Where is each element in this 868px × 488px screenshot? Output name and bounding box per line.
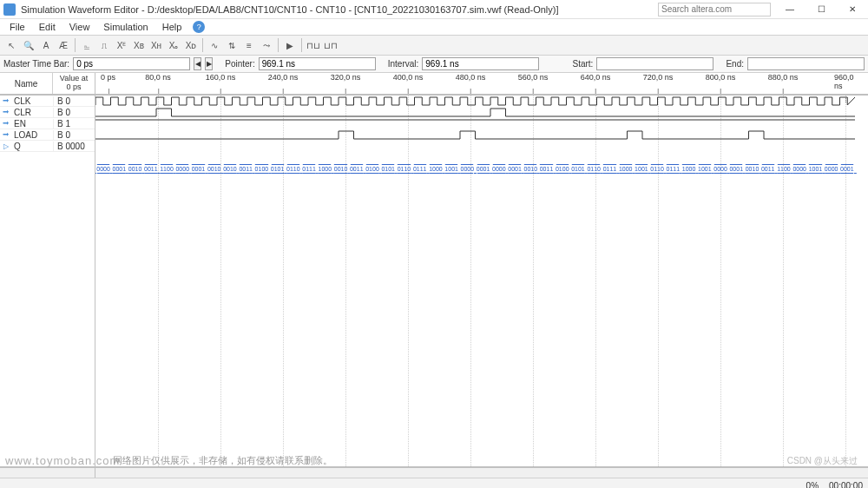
help-icon[interactable]: ? bbox=[193, 21, 205, 33]
grid-line bbox=[470, 96, 471, 466]
grid-line bbox=[658, 96, 659, 466]
end-label: End: bbox=[726, 59, 744, 69]
grid-line bbox=[283, 96, 284, 466]
signal-panel: Name Value at0 ps ⮕CLKB 0⮕CLRB 0⮕ENB 1⮕L… bbox=[0, 73, 95, 466]
signal-name: EN bbox=[12, 119, 53, 129]
start-input[interactable] bbox=[596, 57, 713, 70]
master-time-bar-label: Master Time Bar: bbox=[3, 59, 69, 69]
time-tick: 960,0 ns bbox=[834, 73, 857, 90]
signal-row[interactable]: ⮕LOADB 0 bbox=[0, 129, 95, 141]
grid-line bbox=[220, 96, 221, 466]
watermark-site: www.toymoban.com bbox=[5, 454, 120, 467]
grid-line bbox=[158, 96, 159, 466]
z-high-icon[interactable]: ⎍ bbox=[96, 37, 112, 53]
cursor-tool-icon[interactable]: ↖ bbox=[3, 37, 19, 53]
panel-header: Name Value at0 ps bbox=[0, 73, 95, 96]
minimize-button[interactable]: — bbox=[778, 2, 802, 17]
maximize-button[interactable]: ☐ bbox=[809, 2, 833, 17]
statusbar: 0% 00:00:00 bbox=[0, 478, 868, 488]
wave1-icon[interactable]: ⊓⊔ bbox=[306, 37, 321, 53]
master-time-bar-input[interactable] bbox=[73, 57, 190, 70]
scroll-corner bbox=[0, 468, 95, 478]
signal-value: B 0000 bbox=[53, 142, 95, 151]
signal-type-icon: ▷ bbox=[0, 142, 12, 150]
xo-icon[interactable]: Xₒ bbox=[166, 37, 181, 53]
interval-input[interactable] bbox=[422, 57, 539, 70]
menu-file[interactable]: File bbox=[3, 21, 31, 33]
search-input[interactable] bbox=[658, 3, 771, 16]
infobar: Master Time Bar: ◀ ▶ Pointer: Interval: … bbox=[0, 56, 868, 73]
wave2-icon[interactable]: ⊔⊓ bbox=[323, 37, 339, 53]
toolbar-separator bbox=[278, 38, 279, 52]
signal-row[interactable]: ⮕CLRB 0 bbox=[0, 107, 95, 118]
run-sim-icon[interactable]: ▶ bbox=[282, 37, 298, 53]
signal-type-icon: ⮕ bbox=[0, 109, 12, 116]
pointer-input[interactable] bbox=[259, 57, 376, 70]
xh-icon[interactable]: Xн bbox=[148, 37, 164, 53]
time-tick: 240,0 ns bbox=[268, 73, 299, 82]
grid-line bbox=[845, 96, 846, 466]
waveform-en bbox=[95, 118, 868, 129]
window-controls: — ☐ ✕ bbox=[778, 2, 865, 17]
signal-name: CLR bbox=[12, 108, 53, 117]
titlebar: Simulation Waveform Editor - D:/desktop/… bbox=[0, 0, 868, 19]
signal-type-icon: ⮕ bbox=[0, 131, 12, 139]
grid-line bbox=[595, 96, 596, 466]
z-low-icon[interactable]: ⎁ bbox=[79, 37, 95, 53]
time-ruler: 0 ps 80,0 ns160,0 ns240,0 ns320,0 ns400,… bbox=[95, 73, 868, 96]
time-tick: 0 ps bbox=[101, 73, 115, 82]
text-ae-icon[interactable]: Æ bbox=[56, 37, 71, 53]
signal-value: B 0 bbox=[53, 108, 95, 117]
text-a-icon[interactable]: A bbox=[38, 37, 54, 53]
signal-row[interactable]: ▷QB 0000 bbox=[0, 141, 95, 152]
prev-button[interactable]: ◀ bbox=[194, 57, 201, 70]
signal-type-icon: ⮕ bbox=[0, 97, 12, 105]
signal-value: B 1 bbox=[53, 119, 95, 129]
xb-icon[interactable]: Xв bbox=[131, 37, 147, 53]
signal-name: LOAD bbox=[12, 130, 53, 140]
end-input[interactable] bbox=[747, 57, 865, 70]
watermark-csdn: CSDN @从头来过 bbox=[787, 455, 858, 467]
grid-line bbox=[783, 96, 784, 466]
waveform-q: 0000000100100011110000000001001000100011… bbox=[95, 163, 868, 175]
status-time: 00:00:00 bbox=[829, 481, 863, 488]
signal-row[interactable]: ⮕CLKB 0 bbox=[0, 96, 95, 107]
signal-name: Q bbox=[12, 142, 53, 151]
rand-icon[interactable]: ∿ bbox=[207, 37, 222, 53]
waveform-area[interactable]: 0 ps 80,0 ns160,0 ns240,0 ns320,0 ns400,… bbox=[95, 73, 868, 466]
shift-icon[interactable]: ⤳ bbox=[259, 37, 274, 53]
menu-simulation[interactable]: Simulation bbox=[97, 21, 154, 33]
main-area: Name Value at0 ps ⮕CLKB 0⮕CLRB 0⮕ENB 1⮕L… bbox=[0, 73, 868, 467]
time-tick: 640,0 ns bbox=[581, 73, 611, 82]
close-button[interactable]: ✕ bbox=[840, 2, 865, 17]
time-tick: 720,0 ns bbox=[643, 73, 674, 82]
eq-icon[interactable]: ≡ bbox=[241, 37, 257, 53]
time-tick: 320,0 ns bbox=[331, 73, 361, 82]
name-header: Name bbox=[0, 73, 53, 94]
next-button[interactable]: ▶ bbox=[205, 57, 213, 70]
grid-line bbox=[533, 96, 534, 466]
toolbar-separator bbox=[202, 38, 203, 52]
menu-help[interactable]: Help bbox=[156, 21, 188, 33]
inv-icon[interactable]: ⇅ bbox=[224, 37, 240, 53]
value-header: Value at0 ps bbox=[53, 73, 95, 94]
menu-view[interactable]: View bbox=[63, 21, 96, 33]
app-icon bbox=[3, 3, 16, 16]
horizontal-scrollbar[interactable] bbox=[0, 467, 868, 478]
scroll-track[interactable] bbox=[95, 468, 868, 478]
signal-row[interactable]: ⮕ENB 1 bbox=[0, 118, 95, 129]
waveform-clk bbox=[95, 96, 868, 107]
time-tick: 800,0 ns bbox=[706, 73, 736, 82]
menu-edit[interactable]: Edit bbox=[33, 21, 62, 33]
signal-type-icon: ⮕ bbox=[0, 120, 12, 128]
xd-icon[interactable]: Xᴅ bbox=[183, 37, 199, 53]
pointer-label: Pointer: bbox=[225, 59, 254, 69]
signal-value: B 0 bbox=[53, 96, 95, 106]
zoom-tool-icon[interactable]: 🔍 bbox=[21, 37, 36, 53]
grid-line bbox=[720, 96, 721, 466]
grid-line bbox=[408, 96, 409, 466]
status-progress: 0% bbox=[806, 481, 819, 488]
signal-name: CLK bbox=[12, 96, 53, 106]
xe-icon[interactable]: Xᴱ bbox=[114, 37, 129, 53]
time-tick: 880,0 ns bbox=[768, 73, 799, 82]
